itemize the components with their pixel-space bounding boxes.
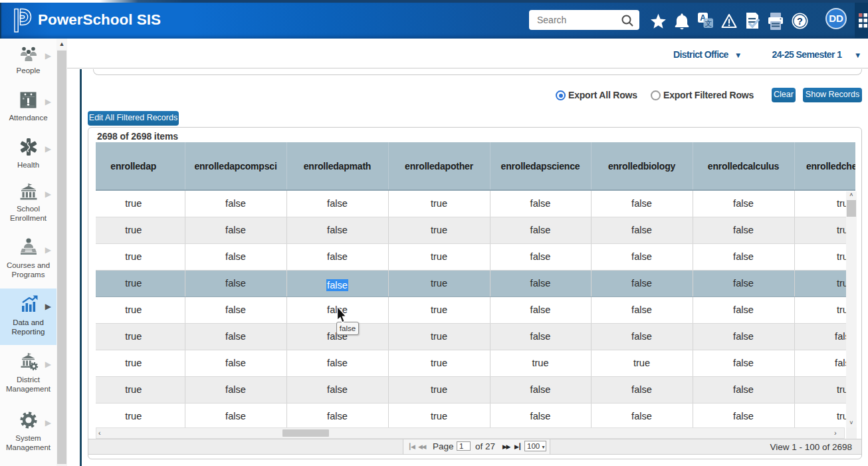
svg-text:?: ? [797, 16, 803, 27]
svg-text:文: 文 [705, 19, 712, 27]
